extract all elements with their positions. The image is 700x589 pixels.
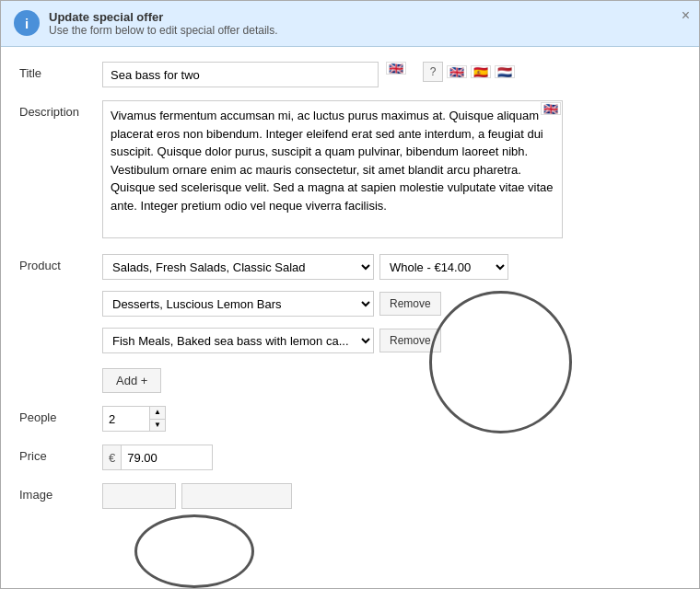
product-select-1[interactable]: Salads, Fresh Salads, Classic Salad: [102, 254, 374, 280]
product-row-1: Salads, Fresh Salads, Classic Salad Whol…: [102, 254, 508, 280]
remove-button-3[interactable]: Remove: [379, 329, 441, 352]
info-subtitle: Use the form below to edit special offer…: [49, 24, 278, 37]
people-row: People ▲ ▼: [19, 406, 681, 432]
image-row: Image: [19, 483, 681, 509]
product-row-2: Desserts, Luscious Lemon Bars Remove: [102, 291, 441, 317]
people-spinners: ▲ ▼: [149, 407, 165, 431]
description-label: Description: [19, 100, 102, 119]
title-input[interactable]: [102, 62, 379, 87]
price-content: €: [102, 445, 681, 470]
product-select-2[interactable]: Desserts, Luscious Lemon Bars: [102, 291, 374, 317]
variant-select-1[interactable]: Whole - €14.00: [379, 254, 508, 280]
product-row-3: Fish Meals, Baked sea bass with lemon ca…: [102, 328, 441, 353]
title-flag-uk: 🇬🇧: [386, 62, 406, 75]
price-label: Price: [19, 445, 102, 463]
image-filename: [181, 483, 292, 509]
textarea-wrap: Vivamus fermentum accumsan mi, ac luctus…: [102, 100, 563, 241]
dialog: i Update special offer Use the form belo…: [0, 0, 700, 589]
info-bar: i Update special offer Use the form belo…: [1, 1, 699, 47]
add-product-button[interactable]: Add +: [102, 368, 161, 393]
image-picker[interactable]: [102, 483, 176, 509]
description-content: Vivamus fermentum accumsan mi, ac luctus…: [102, 100, 681, 241]
help-button[interactable]: ?: [423, 62, 443, 82]
currency-symbol: €: [103, 445, 122, 469]
lang-flag-uk[interactable]: 🇬🇧: [447, 65, 467, 78]
title-content: 🇬🇧 ? 🇬🇧 🇪🇸 🇳🇱: [102, 62, 681, 87]
desc-flag-uk: 🇬🇧: [541, 102, 561, 115]
product-row: Product Salads, Fresh Salads, Classic Sa…: [19, 254, 681, 393]
info-icon: i: [14, 10, 40, 36]
title-label: Title: [19, 62, 102, 80]
title-lang-controls: ? 🇬🇧 🇪🇸 🇳🇱: [423, 62, 515, 82]
info-text: Update special offer Use the form below …: [49, 10, 278, 37]
description-textarea[interactable]: Vivamus fermentum accumsan mi, ac luctus…: [102, 100, 563, 238]
price-input[interactable]: [122, 445, 195, 469]
product-label: Product: [19, 254, 102, 272]
title-row: Title 🇬🇧 ? 🇬🇧 🇪🇸 🇳🇱: [19, 62, 681, 87]
remove-button-2[interactable]: Remove: [379, 292, 441, 316]
form-area: Title 🇬🇧 ? 🇬🇧 🇪🇸 🇳🇱 Description Vivamus …: [1, 47, 699, 537]
info-title: Update special offer: [49, 10, 278, 24]
people-spin-up[interactable]: ▲: [150, 407, 165, 419]
product-select-3[interactable]: Fish Meals, Baked sea bass with lemon ca…: [102, 328, 374, 353]
people-input-wrap: ▲ ▼: [102, 406, 166, 432]
description-row: Description Vivamus fermentum accumsan m…: [19, 100, 681, 241]
people-label: People: [19, 406, 102, 424]
people-spin-down[interactable]: ▼: [150, 419, 165, 432]
lang-flag-nl[interactable]: 🇳🇱: [495, 65, 515, 78]
people-content: ▲ ▼: [102, 406, 681, 432]
people-input[interactable]: [103, 407, 149, 431]
price-wrap: €: [102, 445, 213, 470]
product-content: Salads, Fresh Salads, Classic Salad Whol…: [102, 254, 681, 393]
image-content: [102, 483, 681, 509]
close-button[interactable]: ×: [682, 8, 690, 23]
price-row: Price €: [19, 445, 681, 470]
image-label: Image: [19, 483, 102, 502]
lang-flag-es[interactable]: 🇪🇸: [471, 65, 491, 78]
